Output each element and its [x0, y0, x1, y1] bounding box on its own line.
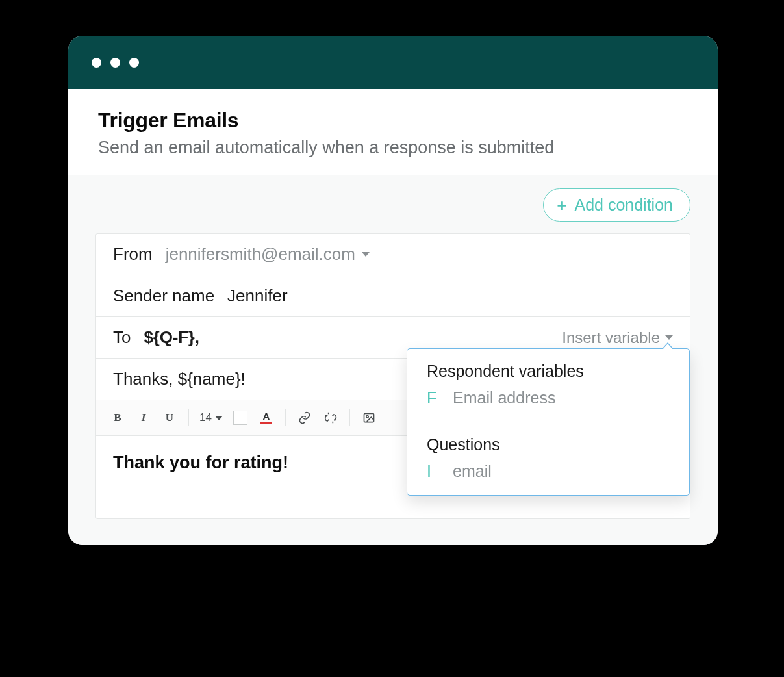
- chevron-down-icon: [665, 335, 673, 340]
- insert-variable-label: Insert variable: [562, 329, 660, 347]
- popover-item-key: F: [427, 389, 438, 407]
- font-color-button[interactable]: A: [254, 407, 279, 429]
- page-header: Trigger Emails Send an email automatical…: [68, 89, 718, 175]
- to-label: To: [113, 327, 131, 348]
- email-form: From jennifersmith@email.com Sender name…: [95, 233, 690, 519]
- email-body-text: Thank you for rating!: [113, 453, 288, 472]
- app-window: Trigger Emails Send an email automatical…: [68, 36, 718, 545]
- image-icon: [362, 411, 375, 424]
- form-area: + Add condition From jennifersmith@email…: [68, 175, 718, 545]
- from-value: jennifersmith@email.com: [166, 244, 355, 264]
- italic-button[interactable]: I: [131, 407, 156, 429]
- from-label: From: [113, 244, 153, 264]
- subject-value: Thanks, ${name}!: [113, 369, 246, 389]
- font-color-icon: A: [260, 411, 272, 424]
- from-dropdown[interactable]: jennifersmith@email.com: [166, 244, 370, 264]
- to-value[interactable]: ${Q-F},: [144, 327, 199, 348]
- window-control-dot[interactable]: [92, 58, 101, 68]
- font-size-dropdown[interactable]: 14: [196, 407, 227, 429]
- svg-point-1: [366, 416, 368, 418]
- insert-variable-popover: Respondent variables F Email address Que…: [407, 348, 690, 496]
- window-titlebar: [68, 36, 718, 89]
- condition-row: + Add condition: [95, 188, 690, 222]
- unlink-button[interactable]: [318, 407, 343, 429]
- from-row: From jennifersmith@email.com: [96, 234, 690, 275]
- popover-item-key: I: [427, 462, 438, 481]
- sender-name-label: Sender name: [113, 286, 214, 306]
- toolbar-separator: [188, 409, 189, 426]
- toolbar-separator: [349, 409, 350, 426]
- add-condition-button[interactable]: + Add condition: [543, 188, 690, 222]
- chevron-down-icon: [362, 252, 370, 257]
- bold-button[interactable]: B: [105, 407, 130, 429]
- popover-section-questions: Questions I email: [407, 422, 689, 495]
- window-control-dot[interactable]: [110, 58, 120, 68]
- page-subtitle: Send an email automatically when a respo…: [98, 138, 688, 158]
- sender-name-value[interactable]: Jennifer: [227, 286, 288, 306]
- window-control-dot[interactable]: [129, 58, 139, 68]
- underline-button[interactable]: U: [157, 407, 182, 429]
- font-size-value: 14: [199, 411, 212, 424]
- popover-item-label: Email address: [453, 389, 555, 407]
- plus-icon: +: [557, 197, 566, 214]
- to-row: To ${Q-F}, Insert variable Respondent va…: [96, 317, 690, 359]
- popover-item-label: email: [453, 462, 492, 481]
- highlight-color-button[interactable]: [228, 407, 253, 429]
- sender-name-row: Sender name Jennifer: [96, 275, 690, 317]
- add-condition-label: Add condition: [574, 196, 673, 214]
- popover-section-title: Respondent variables: [427, 362, 672, 381]
- popover-item-email[interactable]: I email: [427, 462, 672, 481]
- chevron-down-icon: [215, 416, 223, 420]
- link-button[interactable]: [292, 407, 317, 429]
- unlink-icon: [324, 411, 337, 424]
- popover-item-email-address[interactable]: F Email address: [427, 389, 672, 407]
- color-swatch-icon: [233, 411, 247, 425]
- link-icon: [298, 411, 311, 424]
- toolbar-separator: [285, 409, 286, 426]
- popover-section-respondent: Respondent variables F Email address: [407, 349, 689, 422]
- page-title: Trigger Emails: [98, 109, 688, 133]
- popover-section-title: Questions: [427, 435, 672, 454]
- insert-variable-dropdown[interactable]: Insert variable: [562, 329, 673, 347]
- image-button[interactable]: [357, 407, 381, 429]
